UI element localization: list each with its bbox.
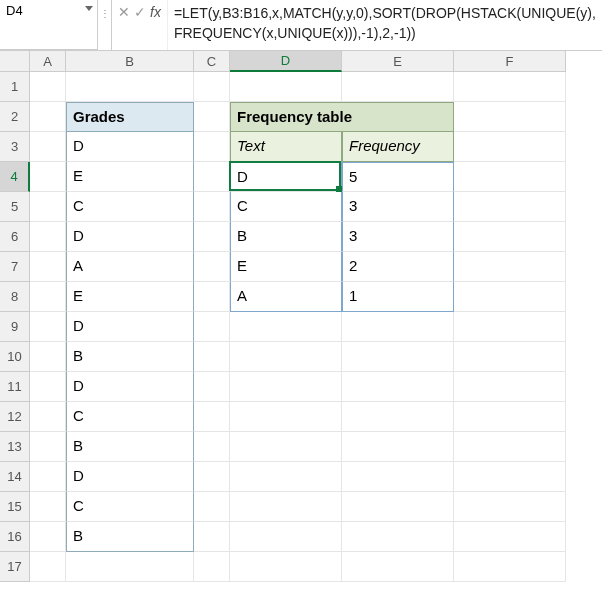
grades-cell[interactable]: B	[66, 342, 194, 372]
row-header[interactable]: 2	[0, 102, 30, 132]
cell[interactable]	[30, 432, 66, 462]
cell[interactable]	[194, 102, 230, 132]
cell[interactable]	[194, 522, 230, 552]
cell[interactable]	[30, 372, 66, 402]
cell[interactable]	[194, 282, 230, 312]
cell[interactable]	[454, 492, 566, 522]
grades-cell[interactable]: B	[66, 522, 194, 552]
cell[interactable]	[194, 402, 230, 432]
cell[interactable]	[342, 342, 454, 372]
row-header[interactable]: 16	[0, 522, 30, 552]
cell[interactable]	[66, 552, 194, 582]
freq-text-cell[interactable]: E	[230, 252, 342, 282]
cell[interactable]	[342, 462, 454, 492]
cell[interactable]	[454, 432, 566, 462]
grades-cell[interactable]: A	[66, 252, 194, 282]
cell[interactable]	[230, 432, 342, 462]
chevron-down-icon[interactable]	[85, 6, 93, 11]
col-header-a[interactable]: A	[30, 51, 66, 72]
cell[interactable]	[194, 162, 230, 192]
cell[interactable]	[454, 192, 566, 222]
cell[interactable]	[342, 552, 454, 582]
cell[interactable]	[454, 372, 566, 402]
formula-bar-expand-icon[interactable]: ⋮	[98, 0, 112, 50]
cell[interactable]	[194, 462, 230, 492]
cell[interactable]	[194, 492, 230, 522]
cell[interactable]	[30, 162, 66, 192]
grades-cell[interactable]: D	[66, 372, 194, 402]
freq-value-cell[interactable]: 3	[342, 222, 454, 252]
grades-cell[interactable]: D	[66, 132, 194, 162]
grades-cell[interactable]: C	[66, 402, 194, 432]
cell[interactable]	[30, 222, 66, 252]
freq-text-cell[interactable]: A	[230, 282, 342, 312]
spreadsheet-grid[interactable]: A B C D E F 1 2 3 4 5 6 7 8 9 10 11 12 1…	[0, 51, 602, 594]
cell[interactable]	[30, 132, 66, 162]
cell[interactable]	[66, 72, 194, 102]
formula-input[interactable]: =LET(y,B3:B16,x,MATCH(y,y,0),SORT(DROP(H…	[168, 0, 602, 50]
grades-cell[interactable]: D	[66, 462, 194, 492]
freq-value-cell[interactable]: 5	[342, 162, 454, 192]
cell[interactable]	[194, 222, 230, 252]
cell[interactable]	[30, 252, 66, 282]
enter-icon[interactable]: ✓	[134, 4, 146, 20]
cell[interactable]	[194, 432, 230, 462]
cell[interactable]	[194, 312, 230, 342]
cell[interactable]	[454, 282, 566, 312]
cell[interactable]	[194, 552, 230, 582]
cell[interactable]	[194, 372, 230, 402]
cell[interactable]	[342, 372, 454, 402]
row-header[interactable]: 6	[0, 222, 30, 252]
row-header[interactable]: 9	[0, 312, 30, 342]
cell[interactable]	[454, 132, 566, 162]
cell[interactable]	[30, 282, 66, 312]
cell[interactable]	[454, 222, 566, 252]
cell[interactable]	[30, 522, 66, 552]
row-header[interactable]: 13	[0, 432, 30, 462]
freq-text-cell[interactable]: B	[230, 222, 342, 252]
col-header-c[interactable]: C	[194, 51, 230, 72]
grades-header[interactable]: Grades	[66, 102, 194, 132]
freq-text-cell[interactable]: D	[230, 162, 342, 192]
row-header[interactable]: 14	[0, 462, 30, 492]
row-header[interactable]: 10	[0, 342, 30, 372]
cell[interactable]	[30, 102, 66, 132]
name-box[interactable]: D4	[0, 0, 98, 50]
cell[interactable]	[194, 192, 230, 222]
cell[interactable]	[230, 492, 342, 522]
cell[interactable]	[30, 312, 66, 342]
row-header[interactable]: 12	[0, 402, 30, 432]
cell[interactable]	[30, 342, 66, 372]
row-header[interactable]: 11	[0, 372, 30, 402]
cell[interactable]	[342, 402, 454, 432]
row-header[interactable]: 4	[0, 162, 30, 192]
cell[interactable]	[30, 552, 66, 582]
col-header-b[interactable]: B	[66, 51, 194, 72]
col-header-f[interactable]: F	[454, 51, 566, 72]
cell[interactable]	[194, 342, 230, 372]
row-header[interactable]: 17	[0, 552, 30, 582]
cell[interactable]	[342, 72, 454, 102]
row-header[interactable]: 3	[0, 132, 30, 162]
grades-cell[interactable]: B	[66, 432, 194, 462]
frequency-subheader-freq[interactable]: Frequency	[342, 132, 454, 162]
cancel-icon[interactable]: ✕	[118, 4, 130, 20]
freq-value-cell[interactable]: 2	[342, 252, 454, 282]
frequency-title[interactable]: Frequency table	[230, 102, 454, 132]
cell[interactable]	[230, 522, 342, 552]
cell[interactable]	[194, 252, 230, 282]
cell[interactable]	[454, 552, 566, 582]
cell[interactable]	[30, 462, 66, 492]
cell[interactable]	[454, 522, 566, 552]
grades-cell[interactable]: E	[66, 282, 194, 312]
cell[interactable]	[30, 402, 66, 432]
cell[interactable]	[230, 312, 342, 342]
select-all-corner[interactable]	[0, 51, 30, 72]
cell[interactable]	[194, 72, 230, 102]
grades-cell[interactable]: D	[66, 312, 194, 342]
cell[interactable]	[30, 192, 66, 222]
cell[interactable]	[230, 342, 342, 372]
cell[interactable]	[194, 132, 230, 162]
cell[interactable]	[230, 462, 342, 492]
cell[interactable]	[454, 102, 566, 132]
